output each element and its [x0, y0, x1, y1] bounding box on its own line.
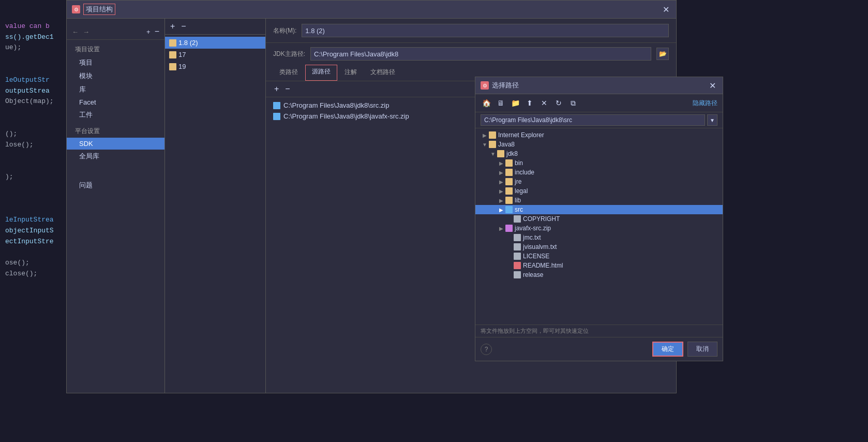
sp-upload-button[interactable]: ⬆ [524, 97, 535, 109]
dialog-title: 项目结构 [83, 4, 115, 15]
sp-cancel-button[interactable]: 取消 [687, 342, 717, 357]
file-icon-readme [514, 262, 521, 269]
dialog-title-left: ⚙ 项目结构 [72, 4, 115, 15]
sidebar: ← → + − 项目设置 项目 模块 库 Facet 工件 平台设置 [67, 19, 165, 393]
sidebar-item-facet[interactable]: Facet [67, 96, 164, 108]
sidebar-add-button[interactable]: + [146, 28, 151, 36]
folder-icon-lib [505, 197, 513, 204]
sdk-list: 1.8 (2) 17 19 [165, 35, 265, 393]
sidebar-item-problems[interactable]: 问题 [67, 179, 164, 192]
folder-icon-java8 [489, 141, 496, 148]
sdk-item-19[interactable]: 19 [165, 61, 265, 72]
sp-status-bar: 将文件拖放到上方空间，即可对其快速定位 [475, 325, 723, 337]
project-settings-label: 项目设置 [67, 43, 164, 56]
file-icon-jmc [514, 234, 521, 241]
sidebar-item-library[interactable]: 库 [67, 83, 164, 96]
select-path-dialog: ⚙ 选择路径 ✕ 🏠 🖥 📁 ⬆ ✕ ↻ ⧉ 隐藏路径 ▼ ▶ Internet… [475, 77, 723, 361]
sidebar-item-artifact[interactable]: 工件 [67, 108, 164, 122]
sp-refresh-button[interactable]: ↻ [553, 97, 564, 109]
dialog-app-icon: ⚙ [72, 5, 80, 13]
dialog-close-button[interactable]: ✕ [661, 4, 671, 14]
tree-item-legal[interactable]: ▶ legal [475, 186, 723, 196]
sp-desktop-button[interactable]: 🖥 [495, 97, 506, 109]
select-path-close-button[interactable]: ✕ [707, 80, 717, 91]
nav-back-button[interactable]: ← [72, 28, 79, 36]
file-icon-copyright [514, 215, 521, 223]
tree-item-license[interactable]: LICENSE [475, 252, 723, 261]
sp-path-input[interactable] [481, 114, 705, 126]
sp-copy-button[interactable]: ⧉ [567, 97, 579, 109]
sp-action-buttons: 确定 取消 [652, 342, 717, 357]
name-input[interactable] [302, 24, 669, 37]
tab-annotation[interactable]: 注解 [338, 65, 363, 81]
folder-icon-jdk8 [497, 150, 504, 157]
sdk-folder-icon-17 [169, 51, 176, 58]
file-icon-jvisualvm [514, 243, 521, 251]
detail-name-row: 名称(M): [266, 19, 676, 43]
detail-jdk-row: JDK主路径: 📂 [266, 43, 676, 65]
sdk-remove-button[interactable]: − [180, 22, 187, 31]
browse-button[interactable]: 📂 [656, 48, 669, 60]
name-label: 名称(M): [273, 26, 296, 35]
folder-icon-bin [505, 159, 513, 167]
tree-item-java8[interactable]: ▼ Java8 [475, 140, 723, 149]
tree-item-ie[interactable]: ▶ Internet Explorer [475, 130, 723, 140]
tree-item-readme[interactable]: README.html [475, 261, 723, 270]
sp-footer: ? 确定 取消 [475, 337, 723, 361]
sidebar-item-project[interactable]: 项目 [67, 56, 164, 69]
sidebar-item-sdk[interactable]: SDK [67, 138, 164, 150]
source-file-icon-1 [273, 113, 280, 120]
sp-file-tree[interactable]: ▶ Internet Explorer ▼ Java8 ▼ jdk8 ▶ bin… [475, 128, 723, 325]
select-path-title-text: 选择路径 [492, 81, 519, 90]
sp-help-button[interactable]: ? [481, 344, 492, 355]
tree-item-include[interactable]: ▶ include [475, 168, 723, 177]
sidebar-remove-button[interactable]: − [155, 27, 159, 36]
tree-item-jre[interactable]: ▶ jre [475, 177, 723, 186]
tab-classpath[interactable]: 类路径 [273, 65, 304, 81]
sdk-add-button[interactable]: + [169, 22, 176, 31]
sp-delete-button[interactable]: ✕ [538, 97, 550, 109]
sp-toolbar: 🏠 🖥 📁 ⬆ ✕ ↻ ⧉ 隐藏路径 [475, 94, 723, 112]
source-file-icon [273, 102, 280, 109]
folder-icon-include [505, 169, 513, 176]
tab-docpath[interactable]: 文档路径 [364, 65, 401, 81]
dialog-titlebar: ⚙ 项目结构 ✕ [67, 1, 676, 19]
file-icon-javafx-zip [505, 225, 513, 232]
tree-item-src[interactable]: ▶ src [475, 205, 723, 214]
sp-hide-path-link[interactable]: 隐藏路径 [693, 99, 717, 108]
folder-icon-jre [505, 178, 513, 185]
sidebar-item-module[interactable]: 模块 [67, 69, 164, 83]
folder-icon-ie [489, 131, 496, 139]
tree-item-jdk8[interactable]: ▼ jdk8 [475, 149, 723, 158]
select-path-icon: ⚙ [481, 81, 489, 90]
sdk-folder-icon-19 [169, 63, 176, 70]
select-path-titlebar: ⚙ 选择路径 ✕ [475, 77, 723, 94]
tree-item-bin[interactable]: ▶ bin [475, 158, 723, 168]
source-add-button[interactable]: + [273, 84, 280, 94]
sdk-item-18[interactable]: 1.8 (2) [165, 37, 265, 49]
tree-item-javafx-zip[interactable]: ▶ javafx-src.zip [475, 224, 723, 233]
select-path-title-area: ⚙ 选择路径 [481, 81, 519, 90]
file-icon-license [514, 253, 521, 260]
sp-new-folder-button[interactable]: 📁 [510, 97, 521, 109]
tree-item-jvisualvm[interactable]: jvisualvm.txt [475, 242, 723, 252]
jdk-path-label: JDK主路径: [273, 50, 305, 58]
source-remove-button[interactable]: − [284, 84, 291, 94]
sdk-item-17[interactable]: 17 [165, 49, 265, 61]
sdk-list-panel: + − 1.8 (2) 17 19 [165, 19, 266, 393]
tree-item-copyright[interactable]: COPYRIGHT [475, 214, 723, 224]
nav-forward-button[interactable]: → [83, 28, 89, 36]
folder-icon-src [505, 206, 513, 213]
tree-item-lib[interactable]: ▶ lib [475, 196, 723, 205]
sp-path-row: ▼ [475, 112, 723, 128]
sp-path-dropdown-button[interactable]: ▼ [707, 114, 717, 126]
sdk-folder-icon [169, 39, 176, 47]
sp-home-button[interactable]: 🏠 [481, 97, 492, 109]
sidebar-item-global-library[interactable]: 全局库 [67, 150, 164, 163]
platform-settings-label: 平台设置 [67, 125, 164, 138]
tree-item-release[interactable]: release [475, 270, 723, 279]
sp-ok-button[interactable]: 确定 [652, 342, 683, 357]
tab-sourcepath[interactable]: 源路径 [305, 65, 337, 81]
jdk-path-input[interactable] [310, 47, 651, 61]
tree-item-jmc[interactable]: jmc.txt [475, 233, 723, 242]
